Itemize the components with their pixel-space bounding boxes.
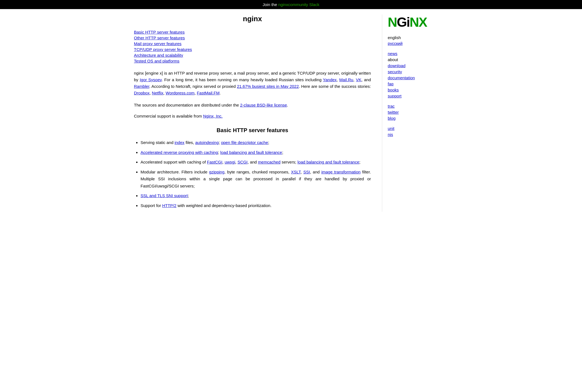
sidebar-item-unit[interactable]: unit [388, 126, 437, 131]
http2-link[interactable]: HTTP/2 [162, 203, 176, 208]
sidebar-item-twitter[interactable]: twitter [388, 110, 437, 115]
nav-link-tcpudp[interactable]: TCP/UDP proxy server features [134, 47, 371, 52]
basic-http-section-title: Basic HTTP server features [134, 127, 371, 134]
sidebar-item-news[interactable]: news [388, 51, 437, 56]
sidebar-secondary-nav: trac twitter blog [388, 104, 437, 121]
gzipping-link[interactable]: gzipping [209, 170, 224, 174]
license-paragraph: The sources and documentation are distri… [134, 102, 371, 108]
nav-links: Basic HTTP server features Other HTTP se… [134, 30, 371, 63]
mailru-link[interactable]: Mail.Ru [339, 77, 353, 82]
sidebar-main-nav: news about download security documentati… [388, 51, 437, 98]
feature-item: Modular architecture. Filters include gz… [141, 168, 371, 190]
ssi-link[interactable]: SSI [303, 170, 310, 174]
sidebar-item-security[interactable]: security [388, 69, 437, 74]
sidebar-item-books[interactable]: books [388, 88, 437, 92]
vk-link[interactable]: VK [356, 77, 361, 82]
memcached-link[interactable]: memcached [258, 160, 281, 164]
busiest-sites-link[interactable]: 21.67% busiest sites in May 2022 [237, 84, 299, 89]
load-balancing-fault-tolerance-link[interactable]: load balancing and fault tolerance [220, 150, 282, 155]
banner-text: Join the [263, 2, 278, 7]
uwsgi-link[interactable]: uwsgi [225, 160, 235, 164]
nav-link-other-http[interactable]: Other HTTP server features [134, 36, 371, 40]
feature-item: Support for HTTP/2 with weighted and dep… [141, 202, 371, 209]
nav-link-arch[interactable]: Architecture and scalability [134, 53, 371, 58]
dropbox-link[interactable]: Dropbox [134, 91, 150, 95]
logo-n: N [388, 15, 397, 29]
nav-link-mail[interactable]: Mail proxy server features [134, 41, 371, 46]
feature-item: Accelerated reverse proxying with cachin… [141, 149, 371, 156]
sidebar-item-support[interactable]: support [388, 94, 437, 98]
sidebar-item-faq[interactable]: faq [388, 81, 437, 86]
feature-item: SSL and TLS SNI support; [141, 192, 371, 199]
sidebar: NGiNX english русский news about downloa… [382, 15, 437, 212]
intro-paragraph: nginx [engine x] is an HTTP and reverse … [134, 70, 371, 96]
xslt-link[interactable]: XSLT [291, 170, 301, 174]
nginx-logo: NGiNX [388, 15, 437, 30]
banner-link[interactable]: nginxcommunity Slack [278, 2, 319, 7]
page-title: nginx [134, 15, 371, 23]
sidebar-item-about: about [388, 57, 437, 62]
ssl-tls-sni-link[interactable]: SSL and TLS SNI support [141, 193, 188, 198]
netflix-link[interactable]: Netflix [152, 91, 163, 95]
nginx-logo-text: NGiNX [388, 15, 437, 30]
sidebar-tertiary-nav: unit njs [388, 126, 437, 137]
feature-item: Accelerated support with caching of Fast… [141, 159, 371, 166]
igor-sysoev-link[interactable]: Igor Sysoev [140, 77, 161, 82]
nav-link-basic-http[interactable]: Basic HTTP server features [134, 30, 371, 34]
yandex-link[interactable]: Yandex [323, 77, 337, 82]
sidebar-item-trac[interactable]: trac [388, 104, 437, 108]
logo-nx: NX [409, 15, 427, 29]
wordpress-link[interactable]: Wordpress.com [166, 91, 195, 95]
fastcgi-link[interactable]: FastCGI [207, 160, 222, 164]
main-content: nginx Basic HTTP server features Other H… [134, 15, 382, 212]
nginx-inc-link[interactable]: Nginx, Inc. [203, 114, 223, 118]
sidebar-item-download[interactable]: download [388, 63, 437, 68]
accelerated-reverse-proxying-link[interactable]: Accelerated reverse proxying with cachin… [141, 150, 218, 155]
scgi-link[interactable]: SCGI [238, 160, 248, 164]
nav-link-os[interactable]: Tested OS and platforms [134, 59, 371, 63]
index-link[interactable]: index [174, 140, 184, 145]
sidebar-item-documentation[interactable]: documentation [388, 75, 437, 80]
bsd-license-link[interactable]: 2-clause BSD-like license [240, 103, 287, 107]
image-transformation-link[interactable]: image transformation [321, 170, 361, 174]
support-paragraph: Commercial support is available from Ngi… [134, 113, 371, 119]
feature-item: Serving static and index files, autoinde… [141, 139, 371, 146]
basic-features-list: Serving static and index files, autoinde… [141, 139, 371, 209]
autoindexing-link[interactable]: autoindexing [195, 140, 219, 145]
logo-gi: Gi [397, 15, 410, 29]
sidebar-item-njs[interactable]: njs [388, 132, 437, 137]
fastmail-link[interactable]: FastMail.FM [197, 91, 220, 95]
open-file-descriptor-cache-link[interactable]: open file descriptor cache [221, 140, 268, 145]
sidebar-language-section: english русский [388, 35, 437, 46]
sidebar-item-blog[interactable]: blog [388, 116, 437, 121]
load-balancing-fault-tolerance-link-2[interactable]: load balancing and fault tolerance [297, 160, 359, 164]
lang-english: english [388, 35, 437, 40]
rambler-link[interactable]: Rambler [134, 84, 149, 89]
lang-russian-link[interactable]: русский [388, 41, 437, 46]
top-banner: Join the nginxcommunity Slack [0, 0, 582, 9]
